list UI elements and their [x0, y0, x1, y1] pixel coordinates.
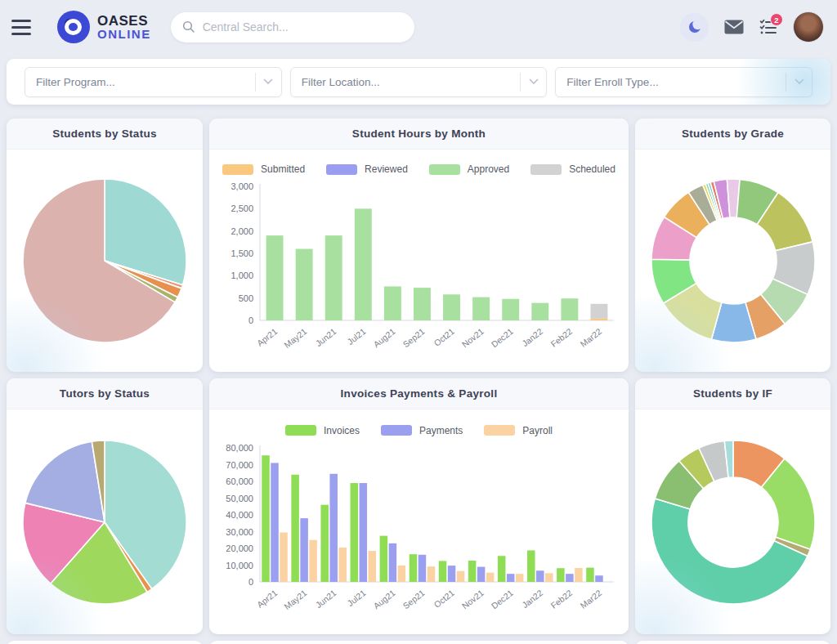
oases-logo-icon: [57, 11, 90, 43]
student-hours-by-month-card: Student Hours by Month SubmittedReviewed…: [209, 119, 629, 372]
students-by-if-chart: [635, 409, 830, 634]
svg-text:70,000: 70,000: [226, 459, 253, 469]
invoices-payments-payroll-card: Invoices Payments & Payroll InvoicesPaym…: [209, 378, 629, 634]
svg-text:60,000: 60,000: [226, 476, 253, 486]
app-logo[interactable]: OASES ONLINE: [57, 11, 151, 43]
dark-mode-toggle[interactable]: [680, 13, 709, 42]
svg-text:Oct21: Oct21: [432, 326, 456, 348]
search-icon: [182, 20, 195, 34]
user-avatar[interactable]: [793, 11, 824, 42]
filter-enroll-type-placeholder: Filter Enroll Type...: [566, 76, 786, 88]
legend-label: Payments: [419, 425, 463, 436]
svg-text:80,000: 80,000: [226, 443, 253, 453]
filter-program-select[interactable]: Filter Program...: [25, 67, 282, 97]
legend-label: Reviewed: [365, 163, 408, 175]
svg-text:Jul21: Jul21: [345, 326, 367, 347]
svg-text:May21: May21: [282, 326, 308, 350]
svg-text:Mar22: Mar22: [578, 588, 603, 610]
card-title: Invoices Payments & Payroll: [341, 387, 498, 400]
legend-swatch: [429, 164, 460, 175]
central-search[interactable]: [171, 12, 414, 42]
svg-text:0: 0: [248, 315, 253, 325]
legend-swatch: [530, 164, 562, 175]
svg-text:30,000: 30,000: [226, 526, 253, 536]
chevron-down-icon: [786, 73, 812, 92]
card-title: Students by Status: [52, 127, 157, 140]
filter-location-select[interactable]: Filter Location...: [290, 67, 548, 97]
svg-text:May21: May21: [282, 588, 308, 611]
pie-chart-svg: [649, 438, 817, 606]
messages-button[interactable]: [724, 20, 744, 34]
search-input[interactable]: [203, 20, 391, 34]
svg-text:3,000: 3,000: [231, 181, 253, 191]
svg-text:Nov21: Nov21: [459, 588, 485, 610]
svg-text:Apr21: Apr21: [254, 588, 279, 610]
logo-text-primary: OASES: [97, 14, 151, 28]
tasks-button[interactable]: 2: [759, 19, 777, 35]
moon-icon: [687, 19, 703, 35]
svg-text:Jan22: Jan22: [520, 588, 544, 610]
chevron-down-icon: [520, 73, 546, 92]
legend-item: Submitted: [222, 163, 305, 175]
student-hours-chart: SubmittedReviewedApprovedScheduled05001,…: [209, 150, 629, 372]
tutors-by-status-chart: [7, 409, 203, 634]
svg-text:2,500: 2,500: [231, 203, 253, 213]
chart-legend: InvoicesPaymentsPayroll: [285, 425, 553, 436]
next-row-cards-peek: [7, 641, 830, 644]
legend-label: Payroll: [522, 425, 553, 436]
card-title: Tutors by Status: [60, 387, 150, 400]
legend-swatch: [222, 164, 253, 175]
students-by-status-card: Students by Status: [7, 119, 203, 372]
bar-chart-svg: 010,00020,00030,00040,00050,00060,00070,…: [215, 441, 624, 623]
pie-chart-svg: [20, 177, 189, 345]
envelope-icon: [724, 20, 744, 34]
svg-text:2,000: 2,000: [231, 226, 253, 236]
top-navbar: OASES ONLINE: [0, 0, 837, 54]
svg-text:Feb22: Feb22: [548, 326, 574, 349]
legend-label: Approved: [468, 163, 509, 175]
svg-text:Nov21: Nov21: [459, 326, 485, 349]
svg-text:Apr21: Apr21: [254, 326, 279, 348]
card-title: Student Hours by Month: [352, 127, 486, 140]
legend-swatch: [381, 425, 412, 436]
legend-label: Submitted: [261, 163, 305, 175]
filter-program-placeholder: Filter Program...: [36, 76, 255, 88]
dashboard-grid: Students by Status Student Hours by Mont…: [7, 119, 830, 634]
svg-text:Sep21: Sep21: [401, 326, 426, 349]
legend-item: Payroll: [484, 425, 553, 436]
filter-location-placeholder: Filter Location...: [302, 76, 521, 88]
svg-text:Jun21: Jun21: [313, 588, 338, 610]
legend-swatch: [326, 164, 357, 175]
svg-text:20,000: 20,000: [226, 543, 253, 553]
svg-text:Mar22: Mar22: [578, 326, 603, 349]
chevron-down-icon: [255, 73, 281, 92]
legend-item: Approved: [429, 163, 509, 175]
chart-legend: SubmittedReviewedApprovedScheduled: [222, 163, 615, 175]
students-by-status-chart: [7, 150, 203, 372]
legend-swatch: [484, 425, 515, 436]
svg-text:1,500: 1,500: [231, 248, 253, 258]
menu-icon[interactable]: [11, 15, 36, 39]
legend-item: Reviewed: [326, 163, 408, 175]
card-title: Students by IF: [693, 387, 772, 400]
filter-enroll-type-select[interactable]: Filter Enroll Type...: [555, 67, 812, 97]
svg-text:500: 500: [238, 293, 253, 303]
students-by-if-card: Students by IF: [635, 378, 830, 634]
svg-text:Aug21: Aug21: [371, 326, 396, 349]
svg-text:Sep21: Sep21: [401, 588, 426, 610]
legend-item: Scheduled: [530, 163, 615, 175]
notification-badge: 2: [770, 13, 783, 26]
svg-text:Aug21: Aug21: [371, 588, 396, 610]
svg-text:Dec21: Dec21: [489, 326, 514, 349]
pie-chart-svg: [20, 438, 189, 606]
svg-text:Jun21: Jun21: [313, 326, 338, 348]
svg-text:40,000: 40,000: [226, 510, 253, 520]
logo-text-secondary: ONLINE: [97, 28, 151, 40]
invoices-payments-payroll-chart: InvoicesPaymentsPayroll010,00020,00030,0…: [209, 409, 629, 634]
svg-text:Jul21: Jul21: [345, 588, 367, 608]
svg-text:50,000: 50,000: [226, 493, 253, 503]
legend-swatch: [285, 425, 316, 436]
pie-chart-svg: [649, 177, 817, 345]
legend-label: Scheduled: [569, 163, 615, 175]
card-title: Students by Grade: [682, 127, 784, 140]
